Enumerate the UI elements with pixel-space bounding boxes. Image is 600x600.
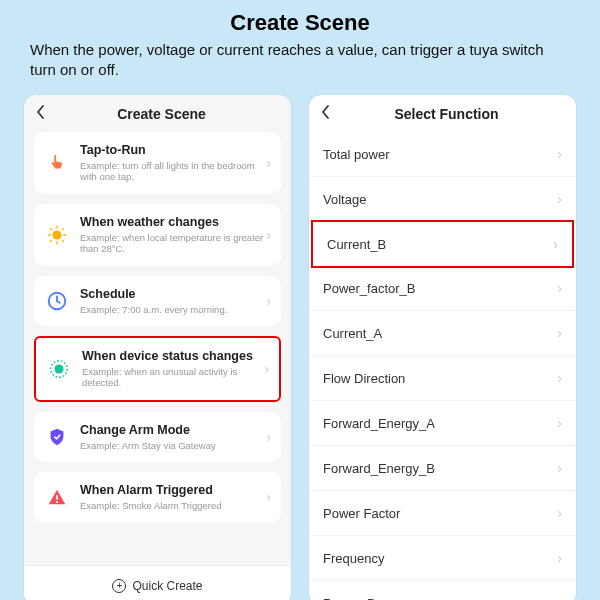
scene-text: Change Arm ModeExample: Arm Stay via Gat… xyxy=(80,423,266,451)
function-label: Power_factor_B xyxy=(323,281,557,296)
scene-text: Tap-to-RunExample: turn off all lights i… xyxy=(80,143,266,183)
scene-option[interactable]: Tap-to-RunExample: turn off all lights i… xyxy=(34,132,281,194)
chevron-right-icon: › xyxy=(557,505,562,521)
function-item[interactable]: Flow Direction› xyxy=(309,356,576,401)
scene-option[interactable]: When device status changesExample: when … xyxy=(34,336,281,402)
chevron-right-icon: › xyxy=(266,227,271,243)
scene-title: Schedule xyxy=(80,287,266,302)
function-label: Current_A xyxy=(323,326,557,341)
function-label: Flow Direction xyxy=(323,371,557,386)
left-phone-title: Create Scene xyxy=(60,106,263,122)
function-label: Power_B xyxy=(323,596,557,601)
scene-title: When Alarm Triggered xyxy=(80,483,266,498)
select-function-phone: Select Function Total power›Voltage›Curr… xyxy=(309,95,576,600)
function-item[interactable]: Forward_Energy_A› xyxy=(309,401,576,446)
scene-example: Example: Arm Stay via Gateway xyxy=(80,440,266,451)
schedule-icon xyxy=(44,288,70,314)
scene-text: When weather changesExample: when local … xyxy=(80,215,266,255)
back-icon[interactable] xyxy=(36,105,52,122)
function-item[interactable]: Power_factor_B› xyxy=(309,266,576,311)
function-item[interactable]: Total power› xyxy=(309,132,576,177)
scene-example: Example: when an unusual activity is det… xyxy=(82,366,264,389)
scene-text: ScheduleExample: 7:00 a.m. every morning… xyxy=(80,287,266,315)
function-item[interactable]: Current_A› xyxy=(309,311,576,356)
page-header: Create Scene When the power, voltage or … xyxy=(0,0,600,85)
function-item[interactable]: Frequency› xyxy=(309,536,576,581)
chevron-right-icon: › xyxy=(557,595,562,600)
scene-example: Example: Smoke Alarm Triggered xyxy=(80,500,266,511)
function-label: Total power xyxy=(323,147,557,162)
back-icon[interactable] xyxy=(321,105,337,122)
scene-option[interactable]: Change Arm ModeExample: Arm Stay via Gat… xyxy=(34,412,281,462)
chevron-right-icon: › xyxy=(557,415,562,431)
svg-point-0 xyxy=(52,230,61,239)
function-label: Current_B xyxy=(327,237,553,252)
plus-icon: + xyxy=(112,579,126,593)
function-label: Frequency xyxy=(323,551,557,566)
scene-option[interactable]: When weather changesExample: when local … xyxy=(34,204,281,266)
arm-mode-icon xyxy=(44,424,70,450)
left-phone-header: Create Scene xyxy=(24,95,291,132)
alarm-icon xyxy=(44,484,70,510)
tap-icon xyxy=(44,150,70,176)
chevron-right-icon: › xyxy=(557,370,562,386)
page-subtitle: When the power, voltage or current reach… xyxy=(30,40,570,79)
scene-example: Example: turn off all lights in the bedr… xyxy=(80,160,266,183)
function-item[interactable]: Voltage› xyxy=(309,177,576,222)
right-phone-header: Select Function xyxy=(309,95,576,132)
scene-title: When weather changes xyxy=(80,215,266,230)
chevron-right-icon: › xyxy=(266,293,271,309)
svg-point-10 xyxy=(54,364,63,373)
chevron-right-icon: › xyxy=(557,146,562,162)
function-list: Total power›Voltage›Current_B›Power_fact… xyxy=(309,132,576,600)
svg-line-6 xyxy=(62,240,64,242)
page-title: Create Scene xyxy=(30,10,570,36)
chevron-right-icon: › xyxy=(557,325,562,341)
svg-line-8 xyxy=(62,228,64,230)
chevron-right-icon: › xyxy=(264,361,269,377)
phones-container: Create Scene Tap-to-RunExample: turn off… xyxy=(0,85,600,600)
svg-line-5 xyxy=(50,228,52,230)
device-status-icon xyxy=(46,356,72,382)
function-label: Forward_Energy_B xyxy=(323,461,557,476)
chevron-right-icon: › xyxy=(553,236,558,252)
function-item[interactable]: Forward_Energy_B› xyxy=(309,446,576,491)
function-label: Power Factor xyxy=(323,506,557,521)
scene-title: Change Arm Mode xyxy=(80,423,266,438)
right-phone-title: Select Function xyxy=(345,106,548,122)
scene-option[interactable]: ScheduleExample: 7:00 a.m. every morning… xyxy=(34,276,281,326)
svg-rect-12 xyxy=(56,495,58,500)
scene-text: When Alarm TriggeredExample: Smoke Alarm… xyxy=(80,483,266,511)
function-item[interactable]: Power_B› xyxy=(309,581,576,600)
scene-text: When device status changesExample: when … xyxy=(82,349,264,389)
scene-option[interactable]: When Alarm TriggeredExample: Smoke Alarm… xyxy=(34,472,281,522)
chevron-right-icon: › xyxy=(266,489,271,505)
svg-line-7 xyxy=(50,240,52,242)
scene-title: Tap-to-Run xyxy=(80,143,266,158)
chevron-right-icon: › xyxy=(557,191,562,207)
chevron-right-icon: › xyxy=(557,280,562,296)
create-scene-phone: Create Scene Tap-to-RunExample: turn off… xyxy=(24,95,291,600)
chevron-right-icon: › xyxy=(266,155,271,171)
function-item[interactable]: Current_B› xyxy=(311,220,574,268)
svg-rect-13 xyxy=(56,501,58,503)
scene-list: Tap-to-RunExample: turn off all lights i… xyxy=(24,132,291,523)
quick-create-button[interactable]: + Quick Create xyxy=(24,565,291,600)
scene-title: When device status changes xyxy=(82,349,264,364)
chevron-right-icon: › xyxy=(557,460,562,476)
quick-create-label: Quick Create xyxy=(132,579,202,593)
function-item[interactable]: Power Factor› xyxy=(309,491,576,536)
function-label: Forward_Energy_A xyxy=(323,416,557,431)
scene-example: Example: 7:00 a.m. every morning. xyxy=(80,304,266,315)
chevron-right-icon: › xyxy=(557,550,562,566)
chevron-right-icon: › xyxy=(266,429,271,445)
function-label: Voltage xyxy=(323,192,557,207)
weather-icon xyxy=(44,222,70,248)
scene-example: Example: when local temperature is great… xyxy=(80,232,266,255)
